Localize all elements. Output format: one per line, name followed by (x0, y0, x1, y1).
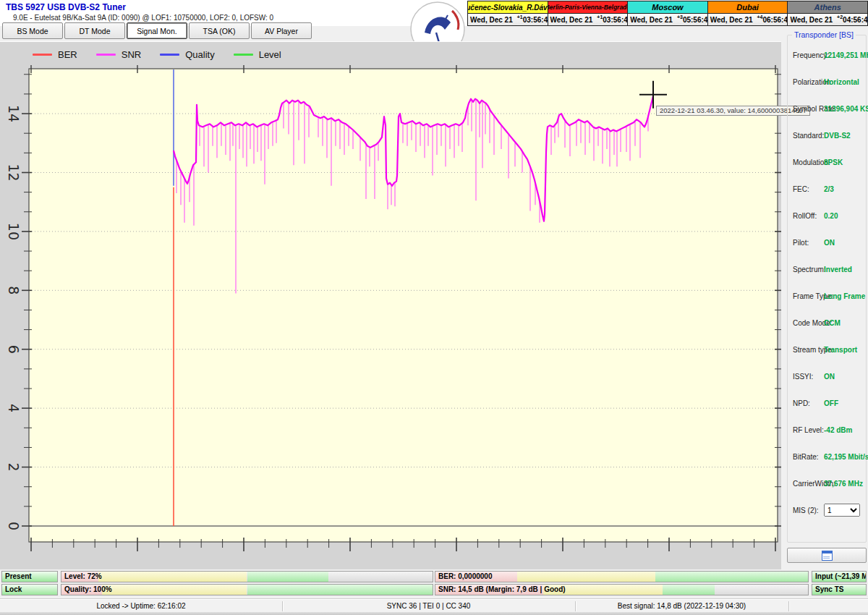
status-box-lock: Lock (1, 584, 58, 595)
world-clocks: Lučenec-Slovakia_R.DávidWed, Dec 21+103:… (467, 1, 868, 26)
progress-bar-ber: BER: 0,0000000 (435, 571, 809, 582)
clock-city-label: Dubai (708, 1, 788, 14)
tab-av-player[interactable]: AV Player (251, 22, 312, 39)
transponder-row-code-mode-: Code Mode:CCM (788, 319, 866, 329)
bar-label-level: Level: 72% (64, 572, 102, 580)
clock-time: Wed, Dec 21+103:56:49 (548, 14, 628, 25)
tab-signal-mon-[interactable]: Signal Mon. (127, 22, 187, 39)
bar-label-snr: SNR: 14,5 dB (Margin: 7,9 dB | Good) (438, 585, 566, 593)
clock-time: Wed, Dec 21+204:56:49 (788, 14, 867, 25)
report-icon (822, 551, 833, 561)
status-row-2: LockQuality: 100%SNR: 14,5 dB (Margin: 7… (0, 584, 868, 595)
utc-offset: +4 (757, 14, 763, 20)
tab-tsa-ok-[interactable]: TSA (OK) (189, 22, 250, 39)
tab-dt-mode[interactable]: DT Mode (64, 22, 125, 39)
y-axis-label-12: 12 (6, 164, 22, 181)
transponder-row-frequency-: Frequency:12149,251 MHz (788, 51, 866, 62)
transponder-row-carrierwidth-: CarrierWidth:37,676 MHz (788, 480, 866, 490)
clock-2: Berlin-Paris-Vienna-BelgradeWed, Dec 21+… (548, 1, 629, 25)
status-bar: Locked -> Uptime: 62:16:02 SYNC 36 | TEI… (0, 599, 868, 613)
mode-tabs: BS ModeDT ModeSignal Mon.TSA (OK)AV Play… (2, 22, 312, 38)
y-axis-label-0: 0 (6, 522, 22, 530)
transport-analysis-button[interactable] (787, 548, 867, 563)
transponder-row-stream-type-: Stream type:Transport (788, 346, 866, 356)
y-axis-label-6: 6 (6, 345, 22, 354)
satellite-subtitle: 9.0E - Eutelsat 9B/Ka-Sat 9A (ID: 0090) … (13, 14, 273, 22)
transponder-row-polarization-: Polarization:Horizontal (788, 78, 866, 88)
utc-offset: +1 (597, 14, 603, 20)
status-box-input: Input (~21,39 Mbps) (812, 571, 867, 582)
field-label: Pilot: (793, 239, 809, 247)
tooltip-text: 2022-12-21 03.46.30, value: 14,600000381… (660, 106, 807, 114)
transponder-row-rolloff-: RollOff:0.20 (788, 212, 866, 222)
bar-segment-yellow (102, 585, 247, 595)
field-value: -42 dBm (824, 426, 852, 434)
transponder-row-fec-: FEC:2/3 (788, 185, 866, 195)
field-label: FEC: (793, 185, 809, 193)
clock-time: Wed, Dec 21+305:56:49 (628, 14, 707, 25)
statusbar-uptime: Locked -> Uptime: 62:16:02 (0, 601, 282, 611)
field-value: 8PSK (824, 158, 843, 166)
clock-date: Wed, Dec 21 (470, 16, 513, 24)
y-axis-label-14: 14 (6, 105, 22, 122)
status-box-present: Present (1, 571, 58, 582)
clock-hms: 03:56:49 (603, 16, 628, 24)
bar-segment-green (247, 585, 433, 595)
transponder-row-mis: MIS (2):1 (788, 504, 866, 514)
field-label: RF Level: (793, 426, 824, 434)
field-label: BitRate: (793, 453, 819, 461)
field-value: CCM (824, 319, 841, 327)
field-label: MIS (2): (793, 506, 819, 514)
transponder-groupbox: Transponder [BS] Frequency:12149,251 MHz… (787, 35, 867, 543)
clock-hms: 04:56:49 (843, 16, 867, 24)
transponder-row-modulation-: Modulation:8PSK (788, 158, 866, 169)
field-value: 37,676 MHz (824, 480, 863, 488)
transponder-row-pilot-: Pilot:ON (788, 239, 866, 249)
field-label: Spectrum: (793, 266, 826, 273)
clock-city-label: Berlin-Paris-Vienna-Belgrade (548, 1, 628, 14)
field-label: ISSYI: (793, 373, 813, 381)
clock-4: DubaiWed, Dec 21+406:56:49 (708, 1, 788, 25)
transponder-row-bitrate-: BitRate:62,195 Mbit/s (788, 453, 866, 463)
y-axis-label-2: 2 (6, 463, 22, 472)
field-value: ON (824, 373, 835, 381)
tuner-app-window: TBS 5927 USB DVB-S2 Tuner 9.0E - Eutelsa… (0, 0, 868, 615)
clock-hms: 03:56:49 (523, 16, 548, 24)
signal-chart[interactable]: 02468101214 (0, 41, 781, 569)
transponder-row-issyi-: ISSYI:ON (788, 373, 866, 383)
bar-label-quality: Quality: 100% (64, 585, 112, 593)
clock-date: Wed, Dec 21 (710, 16, 753, 24)
field-value: 0.20 (824, 212, 838, 220)
transponder-row-spectrum-: Spectrum:Inverted (788, 266, 866, 276)
clock-time: Wed, Dec 21+406:56:49 (708, 14, 788, 25)
transponder-row-frame-type-: Frame Type:Long Frame (788, 292, 866, 302)
field-value: Long Frame (824, 292, 865, 300)
field-value: 12149,251 MHz (824, 51, 868, 59)
clock-hms: 05:56:49 (683, 16, 708, 24)
field-value: OFF (824, 399, 838, 407)
clock-city-label: Moscow (628, 1, 707, 14)
window-title: TBS 5927 USB DVB-S2 Tuner (6, 2, 126, 12)
transponder-sidebar: Transponder [BS] Frequency:12149,251 MHz… (786, 29, 868, 569)
bar-segment-yellow (98, 572, 247, 582)
clock-date: Wed, Dec 21 (630, 16, 673, 24)
tab-bs-mode[interactable]: BS Mode (2, 22, 63, 39)
bar-segment-green (663, 585, 715, 595)
clock-hms: 06:56:49 (763, 16, 788, 24)
clock-city-label: Athens (788, 1, 867, 14)
utc-offset: +1 (517, 14, 523, 20)
clock-3: MoscowWed, Dec 21+305:56:49 (628, 1, 708, 25)
utc-offset: +2 (837, 14, 843, 20)
statusbar-sync: SYNC 36 | TEI 0 | CC 340 (282, 601, 575, 611)
field-value: DVB-S2 (824, 132, 851, 140)
bar-segment-green (655, 572, 808, 582)
y-axis-label-4: 4 (6, 404, 22, 412)
y-axis-label-8: 8 (6, 286, 22, 294)
field-label: RollOff: (793, 212, 817, 220)
bar-segment-yellow (517, 572, 655, 582)
field-value: ON (824, 239, 835, 247)
mis-select[interactable]: 1 (824, 504, 860, 517)
progress-bar-quality: Quality: 100% (61, 584, 433, 595)
groupbox-title: Transponder [BS] (792, 30, 856, 39)
progress-bar-snr: SNR: 14,5 dB (Margin: 7,9 dB | Good) (435, 584, 809, 595)
